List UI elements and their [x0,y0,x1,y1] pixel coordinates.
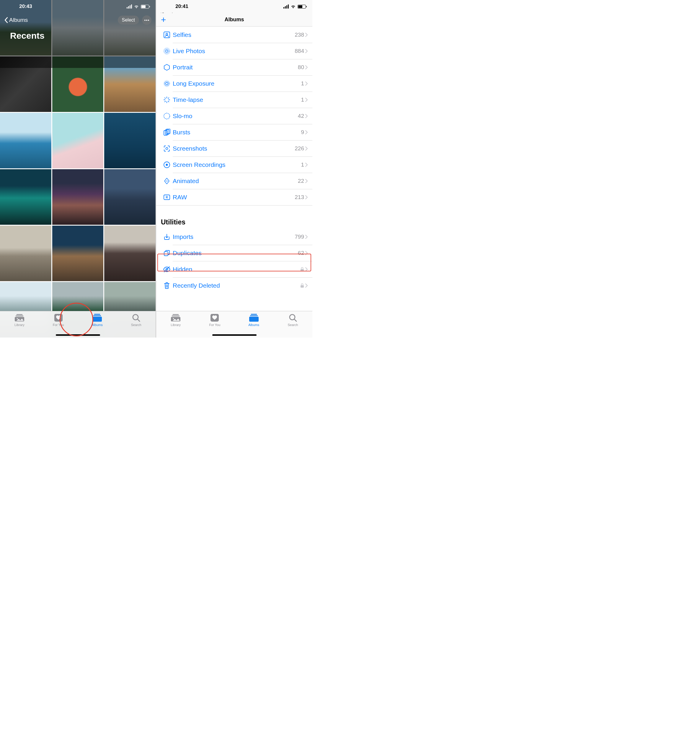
nav-title: Albums [224,17,244,23]
list-item-longexposure[interactable]: Long Exposure 1 [156,75,312,92]
photo-thumb[interactable] [0,169,52,225]
chevron-right-icon [305,163,308,167]
chevron-right-icon [305,65,308,69]
tab-library[interactable]: Library [164,314,188,327]
svg-point-15 [166,50,168,52]
chevron-right-icon [305,33,308,37]
timelapse-icon [161,96,173,103]
trash-icon [161,282,173,289]
svg-rect-10 [92,316,102,322]
svg-rect-41 [300,269,304,271]
chevron-right-icon [305,114,308,118]
list-item-raw[interactable]: R RAW 213 [156,189,312,205]
photo-thumb[interactable] [104,113,156,168]
svg-text:R: R [166,196,168,199]
photo-thumb[interactable] [52,225,104,281]
duplicates-icon [161,250,173,257]
home-indicator[interactable] [212,334,256,336]
tab-library[interactable]: Library [8,314,31,327]
back-button[interactable]: Albums [4,17,28,23]
item-label: Slo-mo [173,113,298,120]
photos-stack-icon [15,314,24,322]
list-item-portrait[interactable]: Portrait 80 [156,59,312,75]
svg-rect-44 [172,315,180,316]
item-count: 1 [301,97,304,103]
svg-rect-13 [164,32,170,38]
photo-thumb[interactable] [52,169,104,225]
svg-rect-49 [250,315,258,316]
left-screenshot: 20:43 Albums Select Recents Library [0,0,156,338]
list-item-screenrecordings[interactable]: Screen Recordings 1 [156,157,312,173]
item-count: 62 [298,250,304,256]
select-button[interactable]: Select [118,16,139,25]
item-label: Hidden [173,266,300,273]
list-item-screenshots[interactable]: Screenshots 226 [156,140,312,157]
add-button[interactable]: + [161,16,166,24]
screenshots-icon [161,145,173,152]
tab-albums[interactable]: Albums [242,314,266,327]
tab-search[interactable]: Search [281,314,305,327]
list-item-livephotos[interactable]: Live Photos 884 [156,43,312,59]
wifi-icon [134,5,139,9]
photo-thumb[interactable] [0,113,52,168]
battery-icon [141,5,149,9]
nav-bar: + Albums [156,13,312,27]
svg-rect-42 [300,285,304,288]
battery-icon [298,5,306,9]
list-item-slomo[interactable]: Slo-mo 42 [156,108,312,124]
status-bar: 20:41 [156,0,312,13]
item-label: Screen Recordings [173,161,301,168]
svg-line-27 [165,101,166,102]
list-item-selfies[interactable]: Selfies 238 [156,27,312,43]
svg-point-46 [173,318,174,319]
item-label: Screenshots [173,145,295,152]
svg-point-2 [148,19,149,21]
albums-list[interactable]: Selfies 238 Live Photos 884 Portrait 80 … [156,27,312,311]
photo-thumb[interactable] [0,225,52,281]
item-label: Bursts [173,129,301,136]
section-title-utilities: Utilities [156,217,312,229]
status-time: 20:41 [162,3,201,9]
list-item-timelapse[interactable]: Time-lapse 1 [156,92,312,108]
svg-point-16 [164,49,169,53]
item-label: Time-lapse [173,96,301,103]
list-item-bursts[interactable]: Bursts 9 [156,124,312,140]
list-item-recentlydeleted[interactable]: Recently Deleted [156,277,312,294]
portrait-icon [161,64,173,71]
back-label: Albums [9,17,28,23]
chevron-right-icon [305,98,308,102]
svg-point-0 [144,19,145,21]
item-label: Imports [173,233,295,240]
tab-search[interactable]: Search [124,314,148,327]
item-count: 1 [301,161,304,168]
item-count: 22 [298,178,304,184]
svg-line-25 [165,98,166,99]
status-time: 20:43 [6,3,45,9]
svg-point-18 [166,82,168,85]
item-count: 213 [295,194,304,200]
item-count: 226 [295,145,304,152]
svg-rect-50 [249,316,259,322]
wifi-icon [291,5,296,9]
photo-thumb[interactable] [104,225,156,281]
svg-line-52 [294,319,297,321]
more-button[interactable] [142,16,152,25]
photo-thumb[interactable] [104,169,156,225]
item-count: 80 [298,64,304,70]
chevron-right-icon [305,130,308,135]
item-label: Live Photos [173,47,295,55]
photo-thumb[interactable] [52,113,104,168]
svg-rect-8 [94,314,100,315]
albums-icon [92,314,102,322]
svg-rect-3 [17,314,23,315]
chevron-right-icon [305,81,308,86]
list-item-imports[interactable]: Imports 799 [156,229,312,245]
item-label: Duplicates [173,250,298,257]
list-item-hidden[interactable]: Hidden [156,261,312,277]
list-item-animated[interactable]: Animated 22 [156,173,312,189]
tab-label: Albums [92,323,103,327]
tab-foryou[interactable]: For You [203,314,227,327]
lock-icon [300,283,304,288]
list-item-duplicates[interactable]: Duplicates 62 [156,245,312,261]
tab-label: Albums [248,323,259,327]
